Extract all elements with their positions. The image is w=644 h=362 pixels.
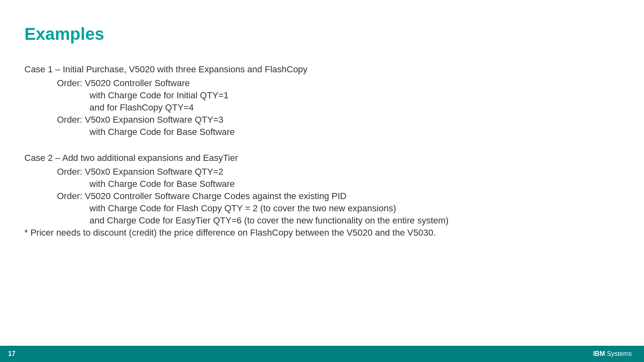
case-1-order-2-detail-1: with Charge Code for Base Software xyxy=(24,127,620,137)
case-2-order-1-detail-1: with Charge Code for Base Software xyxy=(24,179,620,189)
case-2-order-1: Order: V50x0 Expansion Software QTY=2 xyxy=(24,167,620,177)
content-area: Examples Case 1 – Initial Purchase, V502… xyxy=(0,0,644,238)
case-1-order-1: Order: V5020 Controller Software xyxy=(24,78,620,89)
case-2-order-2-detail-1: with Charge Code for Flash Copy QTY = 2 … xyxy=(24,203,620,214)
slide-container: Examples Case 1 – Initial Purchase, V502… xyxy=(0,0,644,362)
case-2-heading: Case 2 – Add two additional expansions a… xyxy=(24,153,620,163)
footer-page-number: 17 xyxy=(8,350,15,358)
footer-brand-ibm: IBM xyxy=(593,350,605,357)
case-1-order-2: Order: V50x0 Expansion Software QTY=3 xyxy=(24,115,620,125)
case-1-block: Case 1 – Initial Purchase, V5020 with th… xyxy=(24,64,620,137)
case-2-block: Case 2 – Add two additional expansions a… xyxy=(24,153,620,238)
slide-title: Examples xyxy=(24,24,620,44)
case-2-order-2-detail-2: and Charge Code for EasyTier QTY=6 (to c… xyxy=(24,215,620,226)
case-1-order-1-detail-2: and for FlashCopy QTY=4 xyxy=(24,102,620,113)
footer-brand-suffix: Systems xyxy=(605,350,632,357)
footer-brand: IBM Systems xyxy=(593,350,632,358)
case-2-order-2: Order: V5020 Controller Software Charge … xyxy=(24,191,620,202)
case-1-order-1-detail-1: with Charge Code for Initial QTY=1 xyxy=(24,90,620,101)
footer-bar: 17 IBM Systems xyxy=(0,346,644,362)
case-2-note: * Pricer needs to discount (credit) the … xyxy=(24,228,620,238)
case-1-heading: Case 1 – Initial Purchase, V5020 with th… xyxy=(24,64,620,75)
